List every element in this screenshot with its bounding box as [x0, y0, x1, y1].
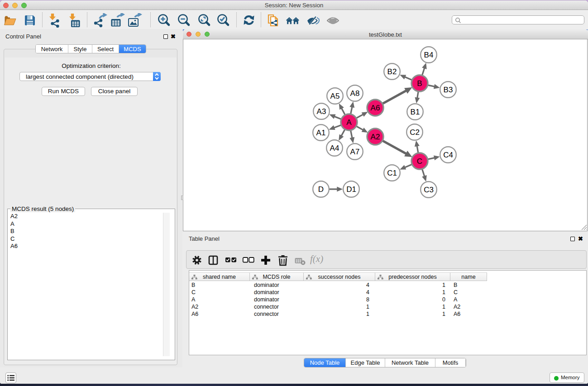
svg-text:A5: A5 — [330, 92, 340, 100]
svg-text:C: C — [417, 157, 422, 166]
svg-text:A6: A6 — [371, 104, 380, 112]
svg-text:A1: A1 — [316, 129, 326, 137]
svg-text:A: A — [346, 118, 352, 127]
svg-text:C4: C4 — [443, 151, 453, 159]
svg-text:B2: B2 — [387, 67, 397, 76]
svg-text:C2: C2 — [410, 128, 420, 137]
svg-text:A8: A8 — [350, 89, 360, 98]
svg-text:A7: A7 — [350, 148, 360, 156]
svg-text:A2: A2 — [371, 133, 380, 141]
svg-text:A4: A4 — [330, 144, 339, 152]
svg-text:D1: D1 — [346, 185, 356, 194]
svg-text:B: B — [417, 79, 422, 88]
svg-text:A3: A3 — [317, 107, 326, 116]
svg-text:C1: C1 — [387, 169, 397, 177]
svg-text:B4: B4 — [424, 51, 434, 59]
svg-text:B1: B1 — [411, 108, 420, 116]
svg-text:B3: B3 — [444, 86, 453, 94]
svg-text:C3: C3 — [424, 186, 434, 194]
svg-text:D: D — [318, 185, 324, 194]
